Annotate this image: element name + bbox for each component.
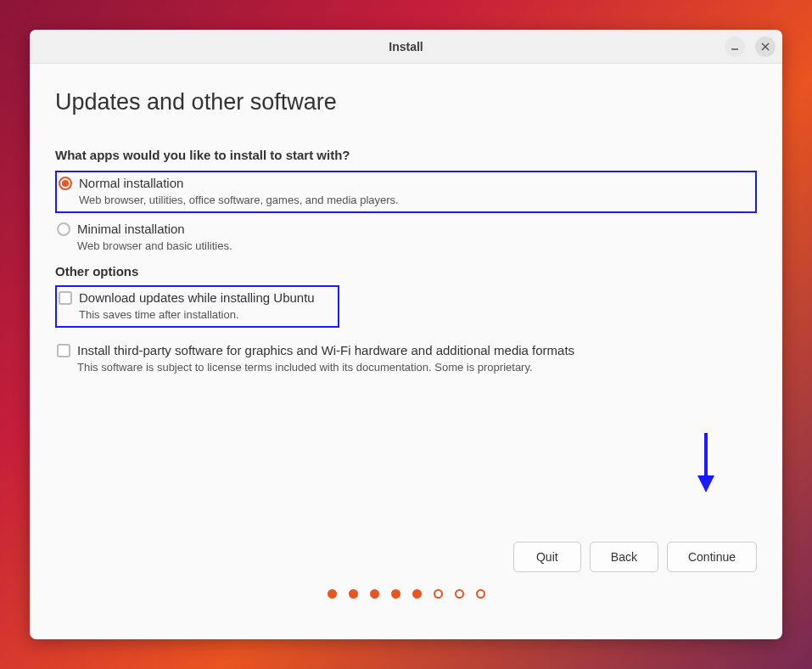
checkbox-thirdparty[interactable] [57,344,70,357]
window-title: Install [389,40,423,53]
download-updates-label: Download updates while installing Ubuntu [79,290,315,305]
minimize-button[interactable] [725,37,745,57]
download-updates-option[interactable]: Download updates while installing Ubuntu… [55,285,339,328]
content-area: Updates and other software What apps wou… [30,64,782,639]
minimal-install-option[interactable]: Minimal installation Web browser and bas… [55,218,757,257]
progress-dot [370,589,379,599]
radio-normal-install[interactable] [59,177,72,190]
minimal-install-label: Minimal installation [77,222,185,236]
thirdparty-option[interactable]: Install third-party software for graphic… [55,340,757,379]
normal-install-label: Normal installation [79,176,183,190]
progress-dot [391,589,400,599]
button-row: Quit Back Continue [55,525,757,572]
normal-install-option[interactable]: Normal installation Web browser, utiliti… [55,171,757,213]
checkbox-download-updates[interactable] [59,291,72,305]
normal-install-desc: Web browser, utilities, office software,… [79,194,753,206]
quit-button[interactable]: Quit [513,542,581,572]
other-options-heading: Other options [55,264,757,278]
window-controls [725,37,776,57]
titlebar: Install [30,30,782,64]
radio-minimal-install[interactable] [57,222,70,236]
thirdparty-label: Install third-party software for graphic… [77,343,574,357]
close-button[interactable] [755,37,776,57]
continue-button[interactable]: Continue [667,542,757,572]
download-updates-desc: This saves time after installation. [79,308,336,321]
installer-window: Install Updates and other software What … [30,30,782,639]
progress-dot [476,589,485,599]
progress-dots [55,572,757,622]
minimize-icon [731,42,739,51]
progress-dot [434,589,443,599]
page-title: Updates and other software [55,89,757,115]
thirdparty-desc: This software is subject to license term… [77,361,755,374]
progress-dot [455,589,464,599]
progress-dot [412,589,422,599]
minimal-install-desc: Web browser and basic utilities. [77,239,755,252]
back-button[interactable]: Back [590,542,658,572]
apps-question: What apps would you like to install to s… [55,148,757,162]
progress-dot [349,589,358,599]
close-icon [761,42,770,51]
progress-dot [328,589,337,599]
